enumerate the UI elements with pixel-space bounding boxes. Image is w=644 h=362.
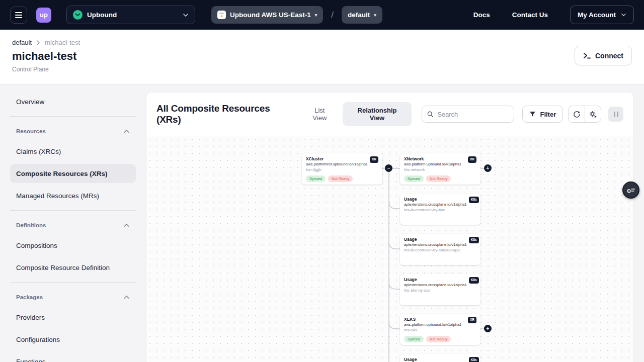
caret-down-icon: ▾	[315, 13, 317, 18]
sidebar-item-claims[interactable]: Claims (XRCs)	[10, 142, 136, 161]
graph-node-xnetwork[interactable]: XNetwork aws.platform.upbound.io/v1alpha…	[400, 153, 480, 185]
filter-button-label: Filter	[540, 111, 556, 118]
sidebar-item-configurations[interactable]: Configurations	[10, 330, 136, 349]
resource-kind-badge: K8s	[469, 237, 479, 243]
terminal-icon	[583, 52, 591, 59]
sidebar-section-definitions[interactable]: Definitions	[10, 217, 136, 234]
graph-node-xeks[interactable]: XEKS aws.platform.upbound.io/v1alpha1 XR…	[400, 314, 480, 345]
chevron-up-icon	[123, 129, 130, 134]
filter-icon	[529, 111, 536, 117]
docs-link[interactable]: Docs	[473, 11, 490, 19]
collapse-children-button[interactable]: –	[385, 164, 392, 172]
sidebar-item-providers[interactable]: Providers	[10, 308, 136, 327]
node-resource-name: fds-lb-controller-by-flux	[404, 208, 476, 212]
breadcrumb-parent-link[interactable]: default	[12, 39, 32, 46]
not-ready-status-badge: Not Ready	[328, 175, 353, 182]
breadcrumb-current: michael-test	[45, 39, 80, 46]
path-separator: /	[330, 10, 335, 20]
page-title: michael-test	[12, 50, 80, 63]
resource-kind-badge: XR	[370, 156, 378, 163]
node-api-version: apiextensions.crossplane.io/v1alpha1	[404, 283, 467, 288]
connect-button[interactable]: Connect	[575, 46, 632, 65]
refresh-button[interactable]	[569, 106, 585, 122]
resource-kind-badge: XR	[468, 156, 476, 163]
legend-icon	[626, 186, 635, 194]
sidebar-item-compositions[interactable]: Compositions	[10, 236, 136, 255]
sidebar-divider	[10, 282, 136, 283]
controlplane-select-dropdown[interactable]: Upbound AWS US-East-1 ▾	[211, 6, 323, 24]
page-subtitle: Control Plane	[12, 66, 80, 73]
search-input[interactable]	[437, 111, 509, 118]
chevron-down-icon	[621, 13, 626, 17]
graph-node-usage-eks-oss[interactable]: Usage apiextensions.crossplane.io/v1alph…	[400, 274, 480, 305]
chevron-down-icon	[183, 13, 189, 17]
gear-play-icon	[589, 111, 597, 118]
node-title: XCluster	[306, 156, 368, 162]
legend-toggle-button[interactable]	[622, 182, 639, 199]
node-resource-name: fds-eks-by-oss	[404, 288, 476, 293]
search-box[interactable]	[422, 106, 515, 123]
pause-icon	[614, 112, 615, 117]
connect-button-label: Connect	[595, 52, 623, 60]
canvas-action-group	[568, 106, 601, 123]
group-select-label: default	[348, 11, 370, 19]
sidebar-item-composite-resources[interactable]: Composite Resources (XRs)	[10, 164, 136, 183]
node-title: XEKS	[404, 317, 461, 322]
relationship-view-tab[interactable]: Relationship View	[343, 102, 412, 126]
node-resource-name: fds-eks	[404, 328, 476, 332]
sidebar-divider	[10, 210, 136, 211]
resource-kind-badge: K8s	[469, 277, 479, 284]
breadcrumb: default michael-test	[12, 39, 80, 46]
pause-button[interactable]	[608, 107, 623, 122]
node-resource-name: foo-6jgjb	[306, 167, 378, 172]
graph-node-usage-labeled-app[interactable]: Usage apiextensions.crossplane.io/v1alph…	[400, 234, 480, 265]
filter-button[interactable]: Filter	[522, 106, 563, 123]
graph-node-usage-bottom[interactable]: Usage apiextensions.crossplane.io/v1alph…	[400, 354, 480, 362]
chevron-up-icon	[123, 295, 130, 300]
node-resource-name: fds-network	[404, 167, 476, 172]
node-title: Usage	[404, 237, 467, 242]
sidebar-item-xrd[interactable]: Composite Resource Definition	[10, 258, 136, 277]
node-api-version: apiextensions.crossplane.io/v1alpha1	[404, 202, 467, 207]
org-select-dropdown[interactable]: Upbound	[66, 6, 195, 24]
sidebar-item-functions[interactable]: Functions	[10, 352, 136, 362]
resource-kind-badge: K8s	[469, 357, 479, 362]
resource-kind-badge: XR	[468, 317, 476, 323]
node-api-version: aws.platformref.upbound.io/v1alpha1	[306, 162, 368, 167]
synced-status-badge: Synced	[404, 336, 424, 342]
expand-children-button[interactable]: +	[484, 164, 492, 172]
main-panel: All Composite Resources (XRs) List View …	[146, 92, 634, 362]
sidebar: Overview Resources Claims (XRCs) Composi…	[0, 92, 146, 362]
list-view-tab[interactable]: List View	[302, 102, 338, 126]
sidebar-item-overview[interactable]: Overview	[10, 92, 136, 111]
run-functions-button[interactable]	[585, 106, 601, 122]
synced-status-badge: Synced	[404, 175, 424, 182]
graph-node-usage-flux[interactable]: Usage apiextensions.crossplane.io/v1alph…	[400, 194, 480, 225]
chevron-right-icon	[36, 40, 41, 46]
sidebar-section-resources[interactable]: Resources	[10, 123, 136, 140]
node-resource-name: fds-lb-controller-by-labeled-app	[404, 248, 476, 252]
node-title: Usage	[404, 277, 467, 283]
my-account-button[interactable]: My Account	[570, 6, 634, 24]
my-account-label: My Account	[578, 11, 616, 19]
controlplane-select-label: Upbound AWS US-East-1	[230, 11, 311, 19]
relationship-canvas[interactable]: XCluster aws.platformref.upbound.io/v1al…	[146, 136, 633, 362]
group-select-dropdown[interactable]: default ▾	[342, 6, 382, 24]
sidebar-item-managed-resources[interactable]: Managed Resources (MRs)	[10, 186, 136, 205]
caret-down-icon: ▾	[374, 13, 376, 18]
search-icon	[427, 111, 433, 118]
contact-us-link[interactable]: Contact Us	[512, 11, 548, 19]
org-avatar-icon	[73, 10, 83, 20]
not-ready-status-badge: Not Ready	[426, 336, 451, 342]
org-select-label: Upbound	[87, 11, 178, 19]
node-title: Usage	[404, 357, 467, 362]
upbound-logo[interactable]: up	[36, 8, 51, 23]
sidebar-divider	[10, 116, 136, 117]
sidebar-section-packages[interactable]: Packages	[10, 289, 136, 306]
hamburger-menu-button[interactable]	[10, 7, 27, 24]
node-title: Usage	[404, 197, 467, 202]
node-api-version: apiextensions.crossplane.io/v1alpha1	[404, 242, 467, 247]
graph-node-xcluster[interactable]: XCluster aws.platformref.upbound.io/v1al…	[302, 153, 382, 185]
expand-children-button[interactable]: +	[484, 325, 492, 332]
not-ready-status-badge: Not Ready	[426, 175, 451, 182]
